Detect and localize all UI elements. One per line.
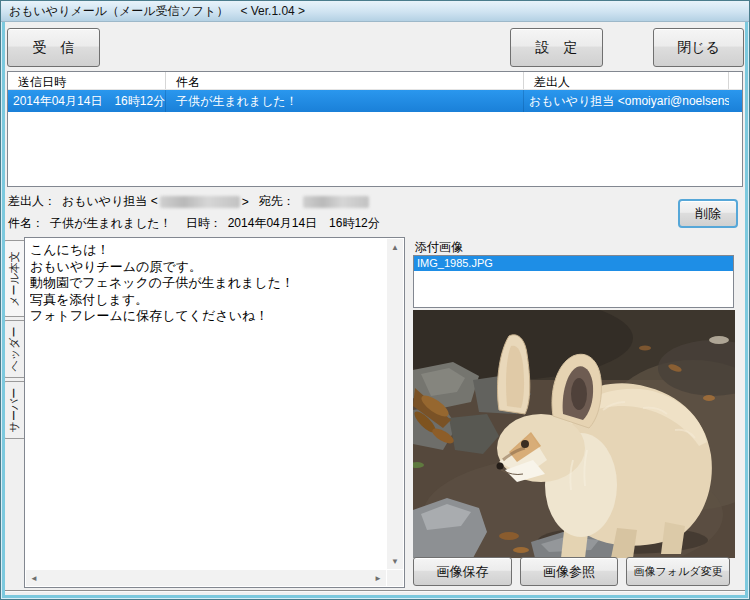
vertical-scrollbar[interactable]: ▲ ▼ bbox=[387, 239, 403, 569]
mail-row-datetime: 2014年04月14日 16時12分 bbox=[8, 90, 166, 112]
settings-button[interactable]: 設 定 bbox=[510, 28, 603, 67]
date-value: 2014年04月14日 16時12分 bbox=[228, 215, 380, 232]
app-window: おもいやりメール（メール受信ソフト） < Ver.1.04 > × 受 信 設 … bbox=[0, 0, 750, 600]
message-body-area[interactable]: こんにちは！ おもいやりチームの原です。 動物園でフェネックの子供が生まれました… bbox=[24, 237, 405, 588]
column-header-datetime[interactable]: 送信日時 bbox=[8, 72, 166, 89]
body-line: こんにちは！ bbox=[30, 242, 384, 259]
tab-server-label: サーバー bbox=[7, 388, 22, 433]
attachment-item-selected[interactable]: IMG_1985.JPG bbox=[414, 256, 733, 271]
from-name: おもいやり担当 < bbox=[62, 193, 158, 210]
mail-list-header: 送信日時 件名 差出人 bbox=[8, 72, 742, 90]
tab-server[interactable]: サーバー bbox=[3, 381, 24, 439]
attachments-label: 添付画像 bbox=[415, 239, 463, 256]
receive-button[interactable]: 受 信 bbox=[7, 28, 100, 67]
image-save-button[interactable]: 画像保存 bbox=[413, 557, 512, 586]
window-title: おもいやりメール（メール受信ソフト） < Ver.1.04 > bbox=[9, 3, 305, 20]
body-line: おもいやりチームの原です。 bbox=[30, 259, 384, 276]
scroll-left-icon[interactable]: ◄ bbox=[26, 570, 42, 586]
detail-subject-line: 件名： 子供が生まれました！ 日時： 2014年04月14日 16時12分 bbox=[8, 215, 380, 232]
attached-image-preview bbox=[413, 310, 735, 558]
body-line: フォトフレームに保存してくださいね！ bbox=[30, 308, 384, 325]
scroll-up-icon[interactable]: ▲ bbox=[387, 239, 403, 255]
attachment-list[interactable]: IMG_1985.JPG bbox=[413, 255, 734, 308]
bottom-divider-highlight bbox=[4, 591, 746, 592]
subject-value: 子供が生まれました！ bbox=[50, 215, 172, 232]
side-tabs: メール本文 ヘッダー サーバー bbox=[3, 240, 24, 442]
body-line: 写真を添付します。 bbox=[30, 292, 384, 309]
scroll-down-icon[interactable]: ▼ bbox=[387, 553, 403, 569]
mail-list: 送信日時 件名 差出人 2014年04月14日 16時12分 子供が生まれました… bbox=[7, 71, 743, 187]
titlebar: おもいやりメール（メール受信ソフト） < Ver.1.04 > bbox=[1, 1, 749, 22]
message-body-text: こんにちは！ おもいやりチームの原です。 動物園でフェネックの子供が生まれました… bbox=[30, 242, 384, 567]
to-label: 宛先： bbox=[259, 193, 295, 210]
mail-row-selected[interactable]: 2014年04月14日 16時12分 子供が生まれました！ おもいやり担当 <o… bbox=[8, 90, 742, 112]
column-header-sender[interactable]: 差出人 bbox=[524, 72, 729, 89]
image-browse-button[interactable]: 画像参照 bbox=[520, 557, 618, 586]
scrollbar-corner bbox=[387, 570, 403, 586]
tab-header-label: ヘッダー bbox=[7, 327, 22, 372]
fennec-fox-photo bbox=[413, 310, 735, 558]
detail-from-line: 差出人： おもいやり担当 < > 宛先： bbox=[8, 193, 371, 210]
to-email-redacted bbox=[303, 196, 369, 208]
horizontal-scrollbar[interactable]: ◄ ► bbox=[26, 570, 386, 586]
mail-row-subject: 子供が生まれました！ bbox=[166, 90, 524, 112]
mail-row-sender: おもいやり担当 <omoiyari@noelsense.j... bbox=[524, 93, 729, 110]
from-email-redacted bbox=[160, 196, 240, 208]
date-label: 日時： bbox=[186, 215, 222, 232]
close-app-button[interactable]: 閉じる bbox=[653, 28, 744, 67]
tab-mail-body-label: メール本文 bbox=[7, 251, 22, 307]
tab-mail-body[interactable]: メール本文 bbox=[3, 240, 24, 317]
subject-label: 件名： bbox=[8, 215, 44, 232]
from-suffix: > bbox=[242, 195, 249, 209]
column-header-subject[interactable]: 件名 bbox=[166, 72, 524, 89]
body-line: 動物園でフェネックの子供が生まれました！ bbox=[30, 275, 384, 292]
scroll-right-icon[interactable]: ► bbox=[370, 570, 386, 586]
from-label: 差出人： bbox=[8, 193, 56, 210]
tab-header[interactable]: ヘッダー bbox=[3, 320, 24, 378]
delete-button[interactable]: 削除 bbox=[678, 199, 738, 228]
image-folder-change-button[interactable]: 画像フォルダ変更 bbox=[626, 557, 730, 586]
